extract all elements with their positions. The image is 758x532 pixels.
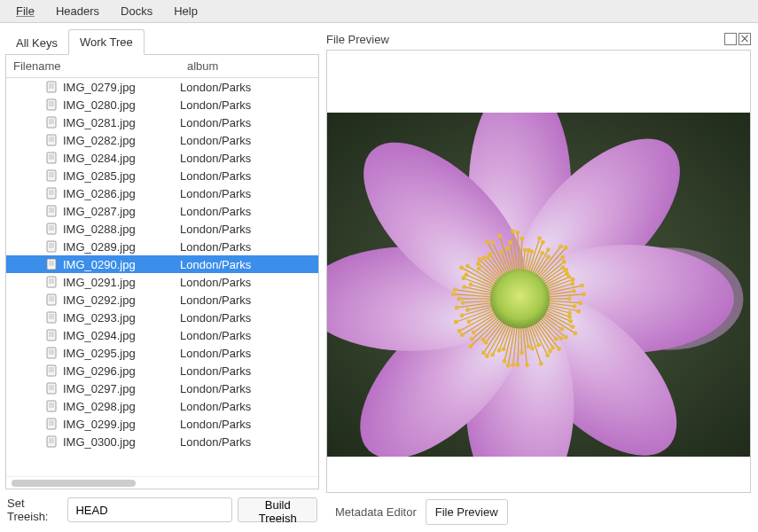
table-row[interactable]: IMG_0285.jpgLondon/Parks — [6, 167, 318, 184]
svg-rect-24 — [47, 188, 56, 199]
file-icon — [45, 205, 58, 217]
cell-album: London/Parks — [180, 364, 318, 378]
table-row[interactable]: IMG_0284.jpgLondon/Parks — [6, 149, 318, 167]
menubar: FileHeadersDocksHelp — [0, 0, 758, 23]
table-row[interactable]: IMG_0279.jpgLondon/Parks — [6, 78, 318, 96]
table-row[interactable]: IMG_0295.jpgLondon/Parks — [6, 344, 318, 362]
svg-point-157 — [481, 350, 486, 355]
close-icon[interactable] — [738, 33, 751, 45]
svg-point-183 — [461, 301, 465, 305]
cell-album: London/Parks — [180, 400, 318, 413]
left-tabs: All KeysWork Tree — [5, 28, 319, 55]
cell-album: London/Parks — [180, 187, 318, 200]
svg-point-197 — [465, 272, 469, 277]
svg-point-97 — [578, 301, 582, 305]
file-icon — [45, 240, 58, 253]
table-row[interactable]: IMG_0294.jpgLondon/Parks — [6, 326, 318, 344]
rtab-metadata-editor[interactable]: Metadata Editor — [326, 500, 426, 524]
svg-point-163 — [468, 344, 473, 348]
table-row[interactable]: IMG_0299.jpgLondon/Parks — [6, 415, 318, 433]
svg-point-243 — [540, 251, 544, 255]
cell-filename: IMG_0279.jpg — [63, 81, 180, 94]
table-row[interactable]: IMG_0296.jpgLondon/Parks — [6, 362, 318, 379]
menu-docks[interactable]: Docks — [110, 1, 163, 21]
table-row[interactable]: IMG_0281.jpgLondon/Parks — [6, 113, 318, 131]
table-row[interactable]: IMG_0300.jpgLondon/Parks — [6, 433, 318, 450]
table-row[interactable]: IMG_0293.jpgLondon/Parks — [6, 309, 318, 326]
table-row[interactable]: IMG_0280.jpgLondon/Parks — [6, 96, 318, 113]
svg-point-217 — [490, 240, 495, 245]
cell-album: London/Parks — [180, 435, 318, 449]
cell-album: London/Parks — [180, 240, 318, 254]
table-row[interactable]: IMG_0288.jpgLondon/Parks — [6, 220, 318, 238]
col-filename[interactable]: Filename — [6, 55, 180, 77]
cell-filename: IMG_0285.jpg — [63, 169, 180, 183]
file-table: Filename album IMG_0279.jpgLondon/ParksI… — [5, 54, 319, 489]
svg-point-195 — [461, 276, 465, 280]
table-row[interactable]: IMG_0297.jpgLondon/Parks — [6, 379, 318, 397]
preview-body — [326, 50, 751, 493]
menu-help[interactable]: Help — [163, 1, 208, 21]
left-panel: All KeysWork Tree Filename album IMG_027… — [0, 23, 319, 532]
tab-work-tree[interactable]: Work Tree — [68, 29, 145, 55]
menu-file[interactable]: File — [5, 1, 45, 21]
table-row[interactable]: IMG_0287.jpgLondon/Parks — [6, 202, 318, 220]
cell-album: London/Parks — [180, 293, 318, 307]
cell-filename: IMG_0297.jpg — [63, 382, 180, 395]
svg-point-95 — [567, 296, 572, 301]
svg-rect-52 — [47, 312, 56, 323]
table-rows[interactable]: IMG_0279.jpgLondon/ParksIMG_0280.jpgLond… — [6, 78, 318, 476]
h-scrollbar-thumb[interactable] — [12, 480, 136, 487]
table-row[interactable]: IMG_0289.jpgLondon/Parks — [6, 238, 318, 255]
svg-point-141 — [515, 363, 520, 367]
tab-all-keys[interactable]: All Keys — [5, 31, 68, 55]
svg-rect-28 — [47, 206, 56, 216]
svg-point-193 — [469, 282, 473, 286]
cell-album: London/Parks — [180, 205, 318, 218]
table-row[interactable]: IMG_0298.jpgLondon/Parks — [6, 397, 318, 415]
build-treeish-button[interactable]: Build Treeish — [238, 497, 317, 522]
minimize-icon[interactable] — [724, 33, 737, 45]
file-icon — [45, 435, 58, 448]
file-icon — [45, 293, 58, 306]
svg-point-269 — [580, 283, 584, 287]
svg-point-105 — [567, 315, 572, 319]
svg-rect-0 — [47, 82, 56, 92]
cell-album: London/Parks — [180, 276, 318, 289]
cell-filename: IMG_0282.jpg — [63, 134, 180, 147]
table-row[interactable]: IMG_0282.jpgLondon/Parks — [6, 131, 318, 149]
table-row[interactable]: IMG_0286.jpgLondon/Parks — [6, 184, 318, 202]
rtab-file-preview[interactable]: File Preview — [426, 499, 508, 525]
svg-point-249 — [559, 244, 563, 248]
treeish-input[interactable] — [67, 497, 232, 522]
col-album[interactable]: album — [180, 55, 318, 77]
svg-point-139 — [520, 350, 524, 355]
cell-album: London/Parks — [180, 347, 318, 360]
cell-album: London/Parks — [180, 382, 318, 395]
table-row[interactable]: IMG_0291.jpgLondon/Parks — [6, 273, 318, 291]
menu-headers[interactable]: Headers — [45, 1, 110, 21]
svg-point-173 — [466, 319, 471, 324]
svg-point-265 — [571, 278, 575, 282]
file-icon — [45, 258, 58, 270]
cell-filename: IMG_0294.jpg — [63, 329, 180, 342]
svg-point-179 — [465, 308, 470, 312]
svg-rect-72 — [47, 401, 56, 411]
cell-filename: IMG_0284.jpg — [63, 152, 180, 165]
cell-filename: IMG_0291.jpg — [63, 276, 180, 289]
cell-filename: IMG_0281.jpg — [63, 116, 180, 129]
table-headers: Filename album — [6, 55, 318, 78]
table-row[interactable]: IMG_0290.jpgLondon/Parks — [6, 255, 318, 273]
svg-point-237 — [529, 249, 534, 254]
table-row[interactable]: IMG_0292.jpgLondon/Parks — [6, 291, 318, 309]
h-scrollbar[interactable] — [6, 476, 318, 489]
cell-filename: IMG_0280.jpg — [63, 98, 180, 112]
file-icon — [45, 364, 58, 377]
svg-point-187 — [451, 292, 456, 296]
treeish-label: Set Treeish: — [7, 497, 62, 523]
cell-filename: IMG_0299.jpg — [63, 418, 180, 431]
svg-point-207 — [477, 257, 481, 262]
svg-rect-20 — [47, 170, 56, 181]
svg-point-117 — [559, 336, 563, 340]
cell-filename: IMG_0292.jpg — [63, 293, 180, 307]
